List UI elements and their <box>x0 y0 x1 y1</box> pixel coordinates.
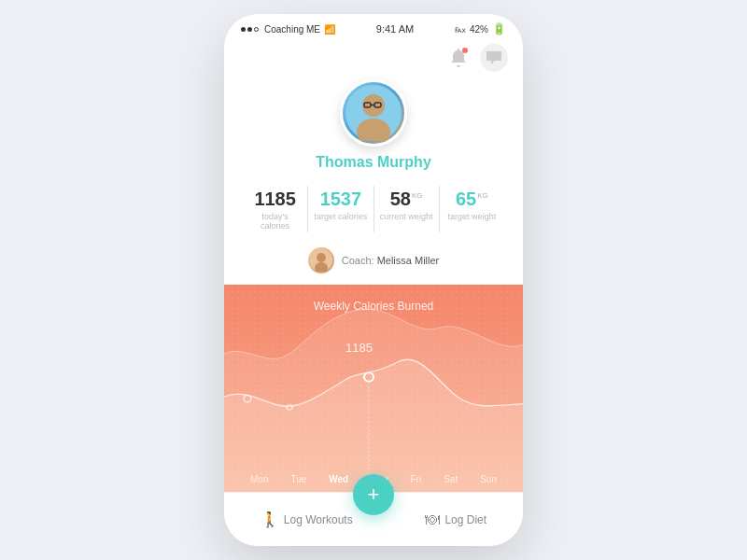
status-bar: Coaching ME 📶 9:41 AM ℻ 42% 🔋 <box>224 14 523 40</box>
chart-title: Weekly Calories Burned <box>224 300 523 313</box>
stats-grid: 1185 today's calories 1537 target calori… <box>243 182 504 236</box>
coach-avatar-image <box>310 249 332 272</box>
signal-dots <box>241 27 259 32</box>
status-time: 9:41 AM <box>376 23 414 35</box>
status-right: ℻ 42% 🔋 <box>455 22 506 35</box>
log-diet-button[interactable]: 🍽 Log Diet <box>410 504 501 536</box>
dot3 <box>254 27 259 32</box>
wifi-icon: 📶 <box>324 24 335 35</box>
day-fri: Fri <box>411 474 422 484</box>
stat-target-weight: 65KG target weight <box>440 182 504 236</box>
target-calories-value: 1537 <box>312 188 369 210</box>
user-avatar <box>340 79 407 147</box>
current-weight-label: current weight <box>378 212 435 221</box>
fab-plus-icon: + <box>368 483 380 507</box>
day-mon: Mon <box>250 474 268 484</box>
log-workouts-icon: 🚶 <box>261 511 279 528</box>
target-weight-value: 65KG <box>444 188 500 210</box>
bell-button[interactable] <box>444 44 472 72</box>
stat-target-calories: 1537 target calories <box>308 182 373 236</box>
day-wed: Wed <box>329 474 348 484</box>
bottom-nav: 🚶 Log Workouts + 🍽 Log Diet <box>224 492 523 546</box>
coach-avatar <box>308 247 334 273</box>
log-workouts-button[interactable]: 🚶 Log Workouts <box>246 503 368 536</box>
day-tue: Tue <box>290 474 306 484</box>
bluetooth-icon: ℻ <box>455 24 466 35</box>
stat-current-weight: 58KG current weight <box>374 182 439 236</box>
target-weight-label: target weight <box>444 212 500 221</box>
profile-section: Thomas Murphy 1185 today's calories 1537… <box>224 79 523 285</box>
carrier-text: Coaching ME <box>264 24 320 35</box>
log-workouts-label: Log Workouts <box>284 513 353 526</box>
battery-percent: 42% <box>470 24 488 35</box>
target-weight-unit: KG <box>477 191 488 200</box>
today-calories-label: today's calories <box>247 212 303 231</box>
today-calories-value: 1185 <box>247 188 303 210</box>
header-icons <box>224 40 523 79</box>
fab-add-button[interactable]: + <box>353 474 394 515</box>
user-name: Thomas Murphy <box>316 154 431 171</box>
day-sun: Sun <box>480 474 497 484</box>
coach-label: Coach: Melissa Miller <box>342 255 440 266</box>
message-icon <box>486 51 501 64</box>
coach-name: Melissa Miller <box>377 255 440 266</box>
current-weight-value: 58KG <box>378 188 435 210</box>
log-diet-icon: 🍽 <box>425 511 440 528</box>
status-left: Coaching ME 📶 <box>241 24 335 35</box>
calorie-tooltip: 1185 <box>345 341 373 355</box>
battery-icon: 🔋 <box>492 22 506 35</box>
coach-bar: Coach: Melissa Miller <box>308 247 440 273</box>
chart-area: Weekly Calories Burned 1185 Mon Tue Wed … <box>224 285 523 492</box>
message-button[interactable] <box>480 44 508 72</box>
dot2 <box>247 27 252 32</box>
log-diet-label: Log Diet <box>444 513 486 526</box>
target-calories-label: target calories <box>312 212 369 221</box>
day-sat: Sat <box>444 474 458 484</box>
chart-svg <box>224 285 523 492</box>
notification-dot <box>462 48 468 53</box>
phone-frame: Coaching ME 📶 9:41 AM ℻ 42% 🔋 <box>224 14 523 546</box>
stat-today-calories: 1185 today's calories <box>243 182 307 236</box>
avatar-image <box>345 85 402 141</box>
current-weight-unit: KG <box>412 191 423 200</box>
svg-point-7 <box>317 253 326 262</box>
dot1 <box>241 27 246 32</box>
